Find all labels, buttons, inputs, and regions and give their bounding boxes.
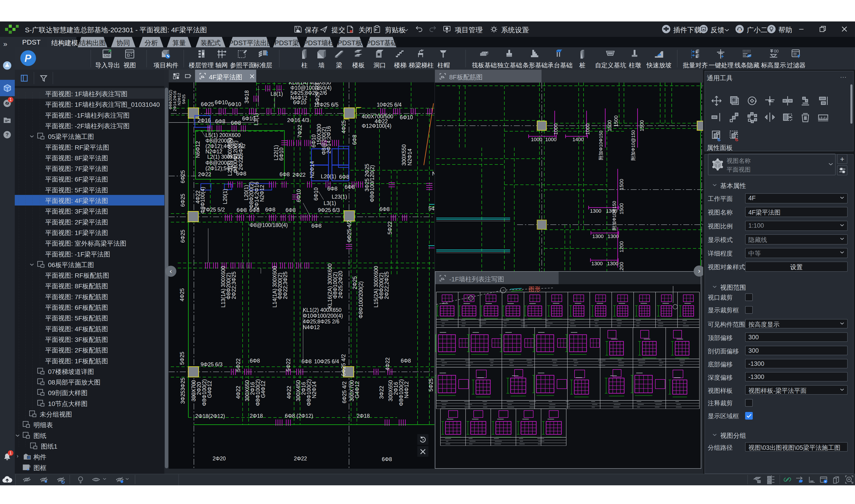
- svg-text:6Φ8: 6Φ8: [352, 135, 357, 145]
- svg-text:KL1(2) 400X650: KL1(2) 400X650: [303, 307, 342, 313]
- svg-text:1300: 1300: [590, 208, 601, 214]
- svg-text:6Φ25 4/2: 6Φ25 4/2: [341, 354, 347, 376]
- svg-text:4Φ25: 4Φ25: [341, 121, 347, 133]
- svg-text:4Φ25: 4Φ25: [179, 288, 185, 302]
- svg-text:1300: 1300: [607, 260, 618, 266]
- svg-text:1200: 1200: [618, 241, 624, 253]
- svg-text:6Φ10: 6Φ10: [313, 187, 319, 201]
- svg-text:10Φ25 6/4: 10Φ25 6/4: [314, 358, 339, 364]
- svg-text:G4Φ12: G4Φ12: [207, 381, 213, 398]
- svg-text:N2Φ1: N2Φ1: [432, 171, 434, 177]
- svg-text:5Φ25: 5Φ25: [179, 352, 185, 365]
- svg-text:5Φ22: 5Φ22: [285, 358, 291, 372]
- svg-text:L8(1): L8(1): [271, 91, 283, 97]
- svg-text:N2Φ12: N2Φ12: [259, 185, 265, 202]
- svg-text:L20(1): L20(1): [222, 189, 228, 204]
- svg-text:9Φ25 6/3: 9Φ25 6/3: [318, 207, 340, 213]
- svg-text:Φ8Φ200(2): Φ8Φ200(2): [169, 90, 173, 110]
- svg-text:L20(1): L20(1): [321, 174, 336, 179]
- svg-text:6Φ8: 6Φ8: [237, 207, 247, 213]
- svg-text:2Φ14;2Φ16: 2Φ14;2Φ16: [173, 91, 177, 111]
- svg-text:Φ10Φ100/200(4): Φ10Φ100/200(4): [303, 313, 343, 319]
- svg-text:1300: 1300: [592, 233, 604, 239]
- svg-text:6Φ8: 6Φ8: [280, 172, 290, 177]
- svg-text:6Φ8: 6Φ8: [380, 206, 390, 212]
- svg-text:?: ?: [5, 132, 8, 138]
- svg-text:2Φ22: 2Φ22: [198, 172, 211, 177]
- svg-text:6Φ8: 6Φ8: [250, 358, 260, 364]
- svg-text:6Φ8: 6Φ8: [311, 223, 321, 229]
- svg-text:2Φ18: 2Φ18: [250, 413, 263, 419]
- svg-text:6Φ10: 6Φ10: [296, 189, 302, 202]
- svg-text:L21(3) 300X600: L21(3) 300X600: [227, 138, 233, 176]
- svg-text:N4Φ12: N4Φ12: [403, 381, 409, 398]
- svg-text:7Φ22: 7Φ22: [297, 125, 303, 138]
- svg-text:4Φ22: 4Φ22: [286, 386, 292, 399]
- svg-text:10Φ25 6/4: 10Φ25 6/4: [377, 102, 402, 108]
- svg-text:9Φ25 6/3: 9Φ25 6/3: [200, 361, 223, 367]
- svg-text:L5(1) 200X600: L5(1) 200X600: [206, 132, 241, 138]
- svg-text:5Φ22: 5Φ22: [235, 358, 241, 372]
- svg-text:6Φ25: 6Φ25: [180, 170, 186, 183]
- svg-text:3Φ18: 3Φ18: [244, 90, 250, 104]
- svg-text:5Φ25 3/3: 5Φ25 3/3: [314, 83, 320, 105]
- svg-text:6Φ8: 6Φ8: [401, 358, 411, 364]
- svg-text:L3(1): L3(1): [253, 113, 259, 125]
- svg-text:图形: 图形: [529, 286, 541, 292]
- svg-text:2Φ18(2Φ12): 2Φ18(2Φ12): [195, 413, 225, 419]
- svg-text:6Φ10: 6Φ10: [311, 134, 317, 148]
- svg-text:G4Φ12: G4Φ12: [354, 381, 360, 399]
- svg-text:2Φ22;3Φ25: 2Φ22;3Φ25: [231, 271, 237, 299]
- svg-text:6Φ8: 6Φ8: [231, 120, 241, 126]
- svg-text:6Φ10: 6Φ10: [215, 100, 228, 105]
- svg-text:6Φ8: 6Φ8: [327, 186, 337, 192]
- svg-text:CAD: CAD: [104, 54, 110, 57]
- svg-text:2Φ22: 2Φ22: [293, 172, 306, 178]
- svg-text:6Φ8: 6Φ8: [382, 456, 392, 462]
- svg-text:2Φ22: 2Φ22: [294, 455, 307, 462]
- svg-text:2Φ16 4/3: 2Φ16 4/3: [287, 117, 309, 123]
- svg-text:6Φ25 4/2: 6Φ25 4/2: [346, 220, 352, 242]
- svg-text:1500: 1500: [607, 120, 612, 131]
- svg-text:2Φ25;2Φ20: 2Φ25;2Φ20: [337, 271, 344, 299]
- svg-text:1000: 1000: [531, 137, 542, 142]
- svg-text:6Φ25: 6Φ25: [201, 101, 214, 107]
- svg-text:2Φ18: 2Φ18: [356, 413, 370, 419]
- svg-text:Φ8Φ100(4): Φ8Φ100(4): [200, 187, 206, 214]
- svg-text:附加Φ10Φ150: 附加Φ10Φ150: [612, 201, 617, 230]
- svg-text:L3(1): L3(1): [324, 200, 336, 206]
- svg-text:1300: 1300: [591, 260, 603, 266]
- svg-text:4Φ25;8Φ25 2/6: 4Φ25;8Φ25 2/6: [303, 319, 339, 325]
- svg-text:Φ8Φ100/120(2): Φ8Φ100/120(2): [369, 165, 375, 202]
- svg-text:2Φ14;2Φ16: 2Φ14;2Φ16: [326, 126, 332, 154]
- svg-text:6Φ10: 6Φ10: [400, 114, 413, 121]
- svg-text:N6Φ12: N6Φ12: [195, 141, 201, 158]
- svg-text:Φ8@100/180(4): Φ8@100/180(4): [249, 222, 288, 228]
- svg-text:00: 00: [774, 49, 779, 54]
- svg-text:300X550: 300X550: [401, 144, 407, 166]
- svg-text:2Φ22;3Φ25: 2Φ22;3Φ25: [282, 271, 288, 299]
- svg-text:2Φ20: 2Φ20: [213, 455, 226, 462]
- svg-text:3Φ22: 3Φ22: [379, 386, 385, 399]
- svg-text:N2Φ14: N2Φ14: [407, 148, 413, 166]
- svg-text:7Φ25 5/2: 7Φ25 5/2: [203, 207, 225, 213]
- svg-text:Φ8Φ100/200(2): Φ8Φ100/200(2): [358, 282, 364, 319]
- svg-text:1300: 1300: [608, 233, 619, 239]
- svg-text:1400: 1400: [573, 137, 584, 142]
- svg-text:5Φ22: 5Φ22: [387, 221, 393, 235]
- svg-text:3Φ253Φ25: 3Φ253Φ25: [180, 378, 186, 404]
- svg-text:5Φ25: 5Φ25: [429, 205, 434, 212]
- svg-text:6Φ25 4/2: 6Φ25 4/2: [342, 381, 347, 403]
- svg-text:6Φ10: 6Φ10: [278, 148, 284, 161]
- svg-text:2Φ22;5Φ25: 2Φ22;5Φ25: [238, 143, 244, 170]
- svg-text:1500: 1500: [613, 115, 619, 127]
- svg-text:1500: 1500: [639, 120, 645, 131]
- svg-text:N2Φ14: N2Φ14: [311, 381, 317, 398]
- svg-text:1000: 1000: [553, 124, 559, 135]
- svg-text:Φ12Φ100(4): Φ12Φ100(4): [362, 123, 391, 129]
- svg-text:1000: 1000: [545, 137, 557, 142]
- svg-text:2Φ25: 2Φ25: [352, 276, 358, 289]
- svg-text:6Φ8: 6Φ8: [215, 118, 225, 124]
- svg-text:6Φ8: 6Φ8: [345, 184, 355, 190]
- svg-text:附加Φ10Φ150: 附加Φ10Φ150: [598, 130, 604, 160]
